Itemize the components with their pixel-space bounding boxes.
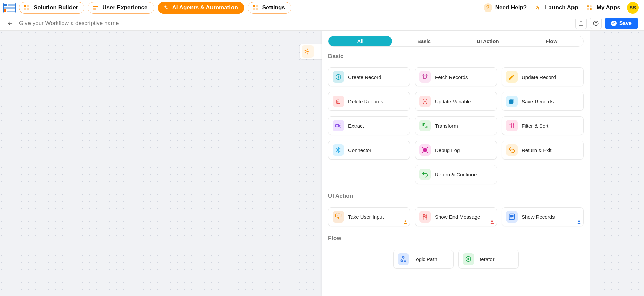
launch-app-button[interactable]: Launch App — [534, 3, 578, 12]
step-card-show-end-message[interactable]: Show End Message — [415, 207, 497, 226]
tree-icon — [398, 253, 409, 265]
svg-rect-9 — [337, 100, 340, 104]
step-card-filter-sort[interactable]: Filter & Sort — [502, 116, 584, 135]
step-card-take-user-input[interactable]: Take User Input — [328, 207, 410, 226]
save-button[interactable]: ✓ Save — [605, 18, 638, 29]
panel-tab-flow[interactable]: Flow — [520, 36, 583, 46]
step-card-delete-records[interactable]: Delete Records — [328, 92, 410, 111]
card-label: Delete Records — [348, 99, 383, 104]
user-badge-icon — [490, 220, 495, 225]
step-card-logic-path[interactable]: Logic Path — [393, 250, 454, 269]
card-label: Update Record — [522, 74, 556, 80]
panel-tabs: All Basic UI Action Flow — [328, 36, 584, 47]
svg-rect-1 — [590, 5, 591, 7]
export-button[interactable] — [575, 18, 587, 29]
step-card-connector[interactable]: Connector — [328, 141, 410, 160]
step-card-update-variable[interactable]: Update Variable — [415, 92, 497, 111]
top-bar: Solution Builder User Experience AI Agen… — [0, 0, 644, 16]
tab-label: AI Agents & Automation — [172, 4, 238, 11]
step-card-fetch-records[interactable]: Fetch Records — [415, 67, 497, 86]
extract-icon — [333, 120, 344, 131]
loop-icon — [463, 253, 474, 265]
tab-solution-builder[interactable]: Solution Builder — [19, 2, 84, 14]
card-label: Show Records — [522, 214, 555, 220]
form-icon — [333, 211, 344, 223]
panel-tab-all[interactable]: All — [328, 36, 392, 46]
save-label: Save — [619, 20, 632, 26]
card-label: Take User Input — [348, 214, 384, 220]
step-card-return-exit[interactable]: Return & Exit — [502, 141, 584, 160]
tab-user-experience[interactable]: User Experience — [88, 2, 154, 14]
pen-icon — [506, 71, 518, 83]
card-label: Transform — [435, 123, 458, 129]
step-card-iterator[interactable]: Iterator — [458, 250, 519, 269]
card-label: Connector — [348, 147, 371, 153]
card-label: Extract — [348, 123, 364, 129]
section-title: UI Action — [328, 193, 584, 202]
tab-label: Solution Builder — [34, 4, 78, 11]
flag-icon — [419, 211, 431, 223]
svg-point-29 — [467, 258, 469, 260]
sub-bar: ✓ Save — [0, 16, 644, 31]
step-card-save-records[interactable]: Save Records — [502, 92, 584, 111]
panel-tab-basic[interactable]: Basic — [392, 36, 456, 46]
svg-rect-2 — [587, 8, 589, 10]
step-card-transform[interactable]: Transform — [415, 116, 497, 135]
tab-settings[interactable]: Settings — [248, 2, 291, 14]
workflow-name-input[interactable] — [19, 20, 575, 27]
myapps-label: My Apps — [597, 4, 620, 11]
step-card-show-records[interactable]: Show Records — [502, 207, 584, 226]
svg-rect-3 — [590, 8, 591, 10]
step-card-extract[interactable]: Extract — [328, 116, 410, 135]
svg-rect-0 — [587, 5, 589, 7]
help-button[interactable]: ? Need Help? — [484, 3, 527, 12]
step-card-update-record[interactable]: Update Record — [502, 67, 584, 86]
svg-point-19 — [423, 148, 427, 152]
help-label: Need Help? — [495, 4, 527, 11]
return-icon — [506, 144, 518, 156]
return-icon — [419, 169, 431, 180]
back-button[interactable] — [5, 18, 16, 29]
step-card-create-record[interactable]: Create Record — [328, 67, 410, 86]
tab-ai-agents-automation[interactable]: AI Agents & Automation — [158, 2, 244, 14]
svg-point-22 — [491, 220, 493, 222]
trash-icon — [333, 96, 344, 107]
card-label: Create Record — [348, 74, 381, 80]
check-icon: ✓ — [611, 21, 617, 26]
svg-point-24 — [578, 220, 580, 222]
pull-icon — [419, 71, 431, 83]
section-title: Flow — [328, 235, 584, 244]
my-apps-button[interactable]: My Apps — [585, 3, 620, 12]
card-label: Save Records — [522, 99, 554, 104]
brand-logo — [3, 3, 16, 13]
svg-rect-12 — [336, 124, 339, 127]
workflow-canvas[interactable]: All Basic UI Action Flow BasicCreate Rec… — [0, 31, 644, 296]
svg-rect-11 — [509, 100, 513, 104]
save-icon — [506, 96, 518, 107]
tab-label: Settings — [262, 4, 285, 11]
svg-point-21 — [405, 220, 406, 222]
sparkle-icon — [162, 4, 169, 11]
svg-point-17 — [513, 124, 514, 125]
help-info-button[interactable] — [590, 18, 602, 29]
step-card-debug-log[interactable]: Debug Log — [415, 141, 497, 160]
avatar[interactable]: SS — [627, 2, 639, 14]
svg-rect-20 — [336, 214, 341, 217]
panel-tab-ui-action[interactable]: UI Action — [456, 36, 520, 46]
svg-point-18 — [338, 149, 339, 151]
tab-label: User Experience — [102, 4, 147, 11]
conn-icon — [333, 144, 344, 156]
help-icon: ? — [484, 3, 492, 12]
grid-icon — [585, 3, 594, 12]
steps-panel: All Basic UI Action Flow BasicCreate Rec… — [322, 31, 590, 296]
bars-icon — [92, 4, 99, 11]
bolt-icon — [302, 45, 314, 58]
bug-icon — [419, 144, 431, 156]
card-label: Update Variable — [435, 99, 471, 104]
var-icon — [419, 96, 431, 107]
plus-icon — [333, 71, 344, 83]
svg-point-5 — [596, 24, 596, 25]
step-card-return-continue[interactable]: Return & Continue — [415, 165, 497, 184]
card-label: Logic Path — [413, 256, 437, 262]
transform-icon — [419, 120, 431, 131]
